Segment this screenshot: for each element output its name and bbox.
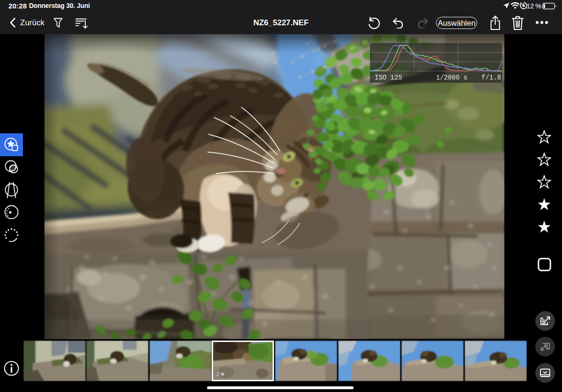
svg-text:ISO 125: ISO 125 bbox=[375, 74, 402, 81]
svg-text:1/2000 s: 1/2000 s bbox=[436, 74, 467, 81]
svg-text:f/1.8: f/1.8 bbox=[481, 74, 501, 81]
svg-text:2★: 2★ bbox=[216, 370, 225, 377]
